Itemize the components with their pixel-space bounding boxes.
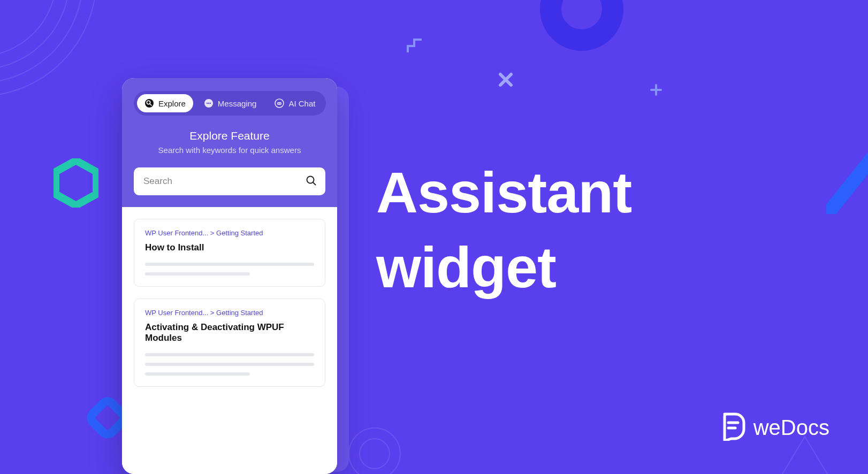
bot-icon <box>275 98 284 108</box>
skeleton-line <box>145 263 314 266</box>
svg-point-0 <box>0 0 96 96</box>
tab-messaging[interactable]: Messaging <box>196 94 264 112</box>
tab-explore-label: Explore <box>158 99 186 108</box>
deco-plus-icon <box>650 83 663 96</box>
skeleton-line <box>145 272 250 276</box>
skeleton-line <box>145 353 314 356</box>
svg-rect-7 <box>89 399 127 437</box>
svg-point-21 <box>280 103 281 104</box>
svg-point-2 <box>0 0 70 70</box>
svg-rect-19 <box>277 102 281 105</box>
search-field[interactable] <box>134 167 325 195</box>
deco-x-icon <box>498 72 514 88</box>
assistant-widget: Explore Messaging AI Chat Explore Featur… <box>122 78 337 474</box>
article-title: How to Install <box>145 242 314 253</box>
svg-point-20 <box>278 103 279 104</box>
tab-explore[interactable]: Explore <box>137 94 193 112</box>
svg-point-3 <box>0 0 56 56</box>
deco-arcs <box>0 0 118 118</box>
feature-title: Explore Feature <box>134 129 325 142</box>
article-card[interactable]: WP User Frontend... > Getting Started Ac… <box>134 299 325 387</box>
svg-point-15 <box>207 103 208 104</box>
svg-line-23 <box>313 182 316 185</box>
svg-point-11 <box>145 99 154 108</box>
wedocs-logo-icon <box>720 412 746 443</box>
deco-ring-blue <box>536 0 627 55</box>
article-title: Activating & Deactivating WPUF Modules <box>145 322 314 343</box>
tab-aichat[interactable]: AI Chat <box>267 94 323 112</box>
svg-point-16 <box>208 103 209 104</box>
widget-header: Explore Messaging AI Chat Explore Featur… <box>122 78 337 207</box>
explore-icon <box>144 98 154 108</box>
feature-heading: Explore Feature Search with keywords for… <box>134 129 325 155</box>
chat-icon <box>204 98 214 108</box>
search-icon <box>305 174 317 188</box>
svg-point-17 <box>210 103 211 104</box>
headline-line-2: widget <box>376 230 631 305</box>
headline-line-1: Assistant <box>376 155 631 230</box>
feature-subtitle: Search with keywords for quick answers <box>134 146 325 155</box>
svg-point-1 <box>0 0 83 83</box>
skeleton-line <box>145 372 250 376</box>
svg-point-4 <box>551 0 613 40</box>
deco-hexagon-green <box>54 158 98 208</box>
svg-point-9 <box>360 439 390 469</box>
widget-tabs: Explore Messaging AI Chat <box>134 91 326 116</box>
article-breadcrumb: WP User Frontend... > Getting Started <box>145 309 314 317</box>
page-headline: Assistant widget <box>376 155 631 305</box>
deco-steps <box>407 39 428 55</box>
brand-mark: weDocs <box>720 412 829 443</box>
deco-slash-blue <box>826 150 868 214</box>
svg-line-6 <box>832 155 868 209</box>
search-input[interactable] <box>134 167 325 195</box>
brand-name: weDocs <box>753 416 829 440</box>
article-card[interactable]: WP User Frontend... > Getting Started Ho… <box>134 219 325 287</box>
tab-aichat-label: AI Chat <box>288 99 315 108</box>
skeleton-line <box>145 363 314 366</box>
widget-body: WP User Frontend... > Getting Started Ho… <box>122 207 337 474</box>
tab-messaging-label: Messaging <box>218 99 257 108</box>
svg-point-8 <box>349 428 400 474</box>
svg-marker-5 <box>56 160 96 205</box>
article-breadcrumb: WP User Frontend... > Getting Started <box>145 229 314 237</box>
deco-ring-outline <box>342 422 407 474</box>
